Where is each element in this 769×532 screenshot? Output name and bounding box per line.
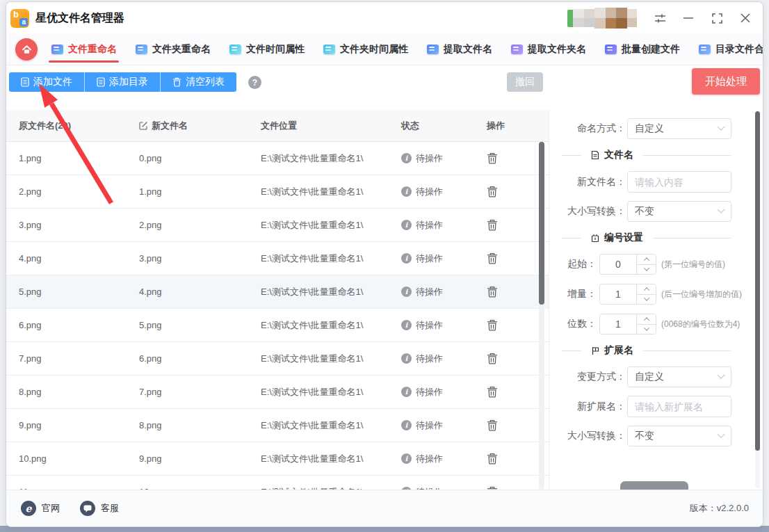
partially-visible-button[interactable]: [620, 481, 688, 490]
official-website-link[interactable]: e 官网: [21, 501, 60, 516]
add-directory-button[interactable]: 添加目录: [84, 72, 160, 92]
user-account-area[interactable]: [567, 8, 637, 29]
cell-new-name: 6.png: [139, 353, 261, 364]
new-extension-label: 新扩展名：: [549, 401, 626, 413]
table-row: 10.png 9.png E:\测试文件\批量重命名1\ i 待操作: [6, 442, 549, 476]
digits-stepper[interactable]: 1: [599, 314, 656, 334]
start-number-stepper[interactable]: 0: [599, 254, 656, 275]
cell-old-name: 4.png: [19, 253, 139, 264]
tab-file-icon: [136, 45, 147, 54]
cell-file-path: E:\测试文件\批量重命名1\: [261, 486, 401, 490]
undo-button[interactable]: 撤回: [507, 72, 543, 92]
delete-row-button[interactable]: [487, 252, 498, 264]
new-extension-input[interactable]: [627, 396, 731, 417]
close-icon[interactable]: [738, 11, 752, 25]
cell-old-name: 9.png: [19, 420, 139, 430]
delete-row-button[interactable]: [487, 453, 498, 465]
tab-label: 文件时间属性: [246, 43, 305, 56]
panel-scrollbar-track[interactable]: [755, 111, 760, 488]
tab-file-icon: [323, 45, 335, 54]
tab-7[interactable]: 批量创建文件: [605, 34, 680, 65]
tab-6[interactable]: 提取文件夹名: [511, 34, 586, 65]
new-filename-input[interactable]: [627, 171, 731, 193]
home-button[interactable]: [15, 38, 38, 61]
maximize-icon[interactable]: [710, 11, 724, 25]
app-logo-icon: b a: [10, 9, 29, 28]
stepper-up-icon[interactable]: [637, 255, 656, 265]
tab-label: 提取文件夹名: [528, 43, 586, 56]
clear-list-button[interactable]: 清空列表: [160, 72, 236, 92]
chat-bubble-icon: [80, 501, 95, 516]
tab-2[interactable]: 文件夹重命名: [136, 34, 211, 65]
info-icon: i: [401, 420, 412, 430]
increment-hint: (后一位编号增加的值): [661, 289, 742, 300]
minimize-icon[interactable]: [681, 11, 695, 25]
info-icon: i: [401, 153, 412, 163]
table-scrollbar-thumb[interactable]: [539, 142, 544, 305]
table-row: 1.png 0.png E:\测试文件\批量重命名1\ i 待操作: [6, 142, 549, 175]
delete-row-button[interactable]: [487, 219, 498, 231]
info-icon: i: [401, 186, 412, 197]
table-row: 4.png 3.png E:\测试文件\批量重命名1\ i 待操作: [6, 242, 549, 275]
tab-5[interactable]: 提取文件名: [427, 34, 492, 65]
cell-status: i 待操作: [401, 453, 487, 465]
tab-bar: 文件重命名 文件夹重命名 文件时间属性 文件夹时间属性 提取文件名 提取文件夹名…: [6, 34, 763, 65]
tab-3[interactable]: 文件时间属性: [229, 34, 305, 65]
ext-case-convert-select[interactable]: 不变: [627, 426, 731, 446]
chevron-down-icon: [717, 206, 725, 213]
cell-new-name: 7.png: [139, 387, 261, 397]
cell-old-name: 6.png: [19, 320, 139, 330]
stepper-up-icon[interactable]: [637, 314, 656, 325]
cell-file-path: E:\测试文件\批量重命名1\: [261, 353, 401, 365]
tab-label: 目录文件合并/提取: [715, 43, 763, 56]
cell-file-path: E:\测试文件\批量重命名1\: [261, 186, 401, 198]
delete-row-button[interactable]: [487, 386, 498, 398]
info-icon: i: [401, 220, 412, 230]
info-icon: i: [401, 487, 412, 490]
naming-mode-select[interactable]: 自定义: [627, 118, 731, 139]
cell-status: i 待操作: [401, 252, 487, 265]
stepper-down-icon[interactable]: [637, 325, 656, 334]
settings-sliders-icon[interactable]: [653, 11, 667, 25]
info-icon: i: [401, 287, 412, 297]
tab-file-icon: [427, 45, 439, 54]
start-process-button[interactable]: 开始处理: [692, 68, 760, 95]
change-mode-select[interactable]: 自定义: [627, 366, 731, 387]
table-row: 5.png 4.png E:\测试文件\批量重命名1\ i 待操作: [6, 275, 549, 309]
delete-row-button[interactable]: [487, 286, 498, 298]
tab-file-icon: [511, 45, 523, 54]
delete-row-button[interactable]: [487, 486, 498, 490]
increment-stepper[interactable]: 1: [599, 284, 656, 305]
cell-old-name: 2.png: [19, 186, 139, 197]
panel-scrollbar-thumb[interactable]: [755, 111, 760, 451]
delete-row-button[interactable]: [487, 186, 498, 198]
add-file-button[interactable]: 添加文件: [9, 72, 84, 92]
header-path: 文件位置: [261, 120, 401, 132]
case-convert-select[interactable]: 不变: [627, 201, 731, 222]
cell-old-name: 10.png: [19, 453, 139, 464]
tab-1[interactable]: 文件重命名: [51, 34, 117, 65]
tab-label: 文件夹重命名: [152, 43, 211, 56]
start-number-label: 起始：: [549, 258, 597, 271]
table-row: 7.png 6.png E:\测试文件\批量重命名1\ i 待操作: [6, 342, 549, 376]
cell-old-name: 8.png: [19, 387, 139, 397]
delete-row-button[interactable]: [487, 319, 498, 331]
chevron-down-icon: [717, 123, 725, 131]
edit-icon: [139, 121, 148, 130]
stepper-up-icon[interactable]: [637, 284, 656, 295]
delete-row-button[interactable]: [487, 353, 498, 364]
extension-section-divider: 扩展名: [562, 344, 731, 357]
customer-service-link[interactable]: 客服: [80, 501, 119, 516]
tab-4[interactable]: 文件夹时间属性: [323, 34, 408, 65]
delete-row-button[interactable]: [487, 419, 498, 431]
stepper-down-icon[interactable]: [637, 295, 656, 305]
table-scrollbar-track[interactable]: [539, 142, 544, 490]
blurred-username: [573, 8, 637, 29]
stepper-down-icon[interactable]: [637, 265, 656, 275]
digits-hint: (0068的编号位数为4): [661, 319, 740, 330]
tab-8[interactable]: 目录文件合并/提取: [699, 34, 763, 65]
tab-file-icon: [51, 45, 63, 54]
delete-row-button[interactable]: [487, 152, 498, 164]
help-icon[interactable]: ?: [248, 76, 261, 89]
cell-new-name: 3.png: [139, 253, 261, 264]
